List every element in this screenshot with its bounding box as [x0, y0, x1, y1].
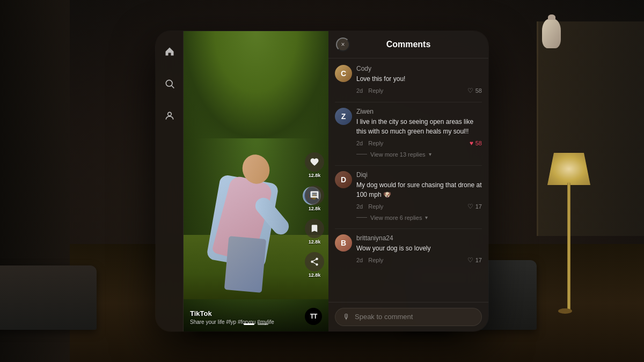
heart-filled-icon: ♥ — [470, 139, 473, 147]
shelf-right — [537, 21, 644, 236]
avatar-ziwen: Z — [335, 108, 352, 125]
avatar-brittany: B — [335, 234, 352, 252]
reply-button[interactable]: Reply — [368, 203, 383, 210]
comment-actions: 2d Reply ♡ 17 — [356, 203, 482, 210]
heart-icon: ♡ — [467, 203, 473, 210]
progress-dots — [244, 323, 268, 325]
comment-actions: 2d Reply ♡ 17 — [356, 256, 482, 264]
nav-sidebar — [156, 31, 184, 331]
comments-list[interactable]: C Cody Love this for you! 2d Reply ♡ 58 — [328, 58, 488, 302]
comment-item: C Cody Love this for you! 2d Reply ♡ 58 — [335, 65, 482, 94]
floor-lamp — [564, 153, 574, 314]
comment-username: brittaniyna24 — [356, 234, 482, 242]
view-more-replies-diqi[interactable]: View more 6 replies ▾ — [356, 215, 482, 221]
sofa-left — [0, 265, 97, 330]
comments-panel: × Comments C Cody Love this for you! 2d … — [328, 31, 488, 331]
comment-item: D Diqi My dog would for sure chasing tha… — [335, 171, 482, 221]
comment-like-count: ♡ 17 — [467, 256, 482, 264]
comment-time: 2d — [356, 87, 363, 94]
comment-input-inner[interactable]: 🎙 Speak to comment — [335, 308, 482, 326]
video-app-title: TikTok — [190, 309, 274, 317]
shelf-jug — [542, 19, 561, 48]
comment-text: I live in the city so seeing open areas … — [356, 117, 482, 136]
comment-content-ziwen: Ziwen I live in the city so seeing open … — [356, 108, 482, 147]
reply-button[interactable]: Reply — [368, 257, 383, 263]
comment-main: C Cody Love this for you! 2d Reply ♡ 58 — [335, 65, 482, 94]
comment-like-count-liked: ♥ 58 — [470, 139, 482, 147]
comment-text: Love this for you! — [356, 74, 482, 84]
view-replies-label: View more 13 replies — [370, 151, 426, 158]
search-nav-icon[interactable] — [160, 74, 179, 93]
lamp-base — [558, 308, 572, 314]
svg-line-1 — [171, 85, 174, 88]
avatar-diqi: D — [335, 171, 352, 188]
comment-divider — [335, 228, 482, 229]
comment-time: 2d — [356, 257, 363, 263]
comment-text: Wow your dog is so lovely — [356, 243, 482, 253]
home-nav-icon[interactable] — [160, 42, 179, 61]
heart-icon: ♡ — [467, 256, 473, 264]
comment-item: Z Ziwen I live in the city so seeing ope… — [335, 108, 482, 158]
tiktok-logo: TT — [305, 308, 322, 325]
comment-time: 2d — [356, 203, 363, 210]
comment-actions: 2d Reply ♡ 58 — [356, 87, 482, 94]
comments-title: Comments — [386, 40, 431, 49]
video-overlay: TikTok Share your life #fyp #foryou #myl… — [184, 31, 328, 331]
comment-content-diqi: Diqi My dog would for sure chasing that … — [356, 171, 482, 210]
comment-time: 2d — [356, 140, 363, 146]
view-replies-label: View more 6 replies — [370, 215, 422, 221]
comment-text: My dog would for sure chasing that drone… — [356, 180, 482, 200]
comment-content-brittany: brittaniyna24 Wow your dog is so lovely … — [356, 234, 482, 264]
comment-actions: 2d Reply ♥ 58 — [356, 139, 482, 147]
heart-icon: ♡ — [467, 87, 473, 94]
comment-input-placeholder[interactable]: Speak to comment — [355, 313, 474, 321]
comment-like-count: ♡ 58 — [467, 87, 482, 94]
comment-main: Z Ziwen I live in the city so seeing ope… — [335, 108, 482, 147]
avatar-cody: C — [335, 65, 352, 82]
lamp-pole — [567, 182, 570, 311]
comment-divider — [335, 165, 482, 166]
comment-like-count: ♡ 17 — [467, 203, 482, 210]
comment-username: Cody — [356, 65, 482, 72]
reply-button[interactable]: Reply — [368, 87, 383, 94]
comments-header: × Comments — [328, 31, 488, 58]
replies-line — [356, 217, 367, 218]
comment-divider — [335, 102, 482, 102]
comment-main: D Diqi My dog would for sure chasing tha… — [335, 171, 482, 210]
microphone-icon: 🎙 — [343, 313, 350, 321]
like-number: 17 — [475, 203, 482, 210]
like-number: 58 — [475, 140, 482, 146]
lamp-shade — [547, 153, 590, 185]
reply-button[interactable]: Reply — [368, 140, 383, 146]
like-number: 58 — [475, 87, 482, 94]
like-number: 17 — [475, 257, 482, 263]
svg-point-0 — [166, 80, 172, 86]
comment-content-cody: Cody Love this for you! 2d Reply ♡ 58 — [356, 65, 482, 94]
comment-username: Ziwen — [356, 108, 482, 115]
view-more-replies-ziwen[interactable]: View more 13 replies ▾ — [356, 151, 482, 158]
comment-main: B brittaniyna24 Wow your dog is so lovel… — [335, 234, 482, 264]
chevron-down-icon: ▾ — [425, 215, 428, 220]
svg-point-2 — [167, 112, 171, 116]
app-container: 🎭 12.8k 12.8k — [156, 31, 488, 331]
profile-nav-icon[interactable] — [160, 106, 179, 125]
progress-dot-1 — [244, 323, 254, 325]
close-icon: × — [341, 41, 345, 48]
close-comments-button[interactable]: × — [336, 38, 350, 51]
chevron-down-icon: ▾ — [429, 151, 431, 157]
progress-dot-2 — [258, 323, 268, 325]
video-bottom-bar: TikTok Share your life #fyp #foryou #myl… — [184, 298, 328, 331]
replies-line — [356, 154, 367, 154]
comment-input-bar: 🎙 Speak to comment — [328, 302, 488, 331]
comment-username: Diqi — [356, 171, 482, 179]
comment-item: B brittaniyna24 Wow your dog is so lovel… — [335, 234, 482, 264]
video-panel: 🎭 12.8k 12.8k — [184, 31, 328, 331]
